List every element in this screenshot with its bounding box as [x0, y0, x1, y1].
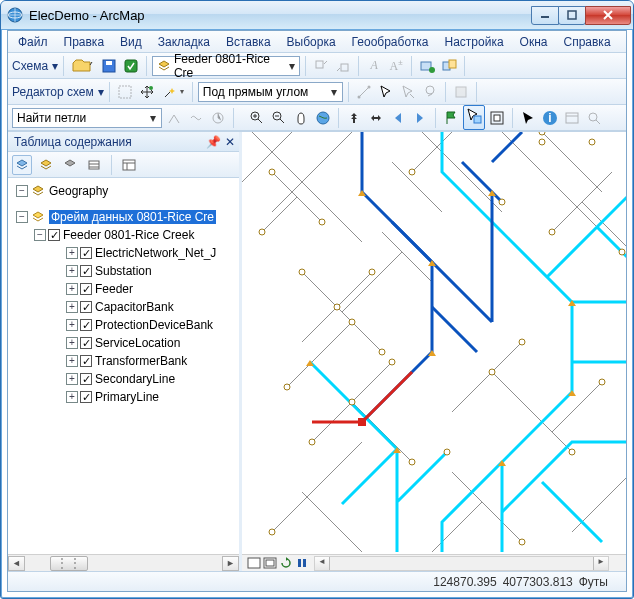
scroll-left-button[interactable]: ◄ [315, 557, 330, 570]
ed-b4[interactable] [420, 82, 440, 102]
expand-icon[interactable]: + [66, 301, 78, 313]
scroll-left-button[interactable]: ◄ [8, 556, 25, 571]
tree-layer[interactable]: +Feeder [12, 280, 239, 298]
prev-extent-button[interactable] [388, 108, 408, 128]
ed-b1[interactable] [354, 82, 374, 102]
scroll-right-button[interactable]: ► [593, 557, 608, 570]
feeder-combo[interactable]: Feeder 0801-Rice Cre ▾ [152, 56, 300, 76]
tool-a1[interactable] [311, 56, 331, 76]
find-loops-combo[interactable]: Найти петли ▾ [12, 108, 162, 128]
refresh-view-button[interactable] [278, 556, 294, 571]
tree-frame[interactable]: − Фрейм данных 0801-Rice Cre [12, 208, 239, 226]
collapse-icon[interactable]: − [16, 211, 28, 223]
map-canvas[interactable] [242, 132, 626, 554]
layout-view-button[interactable] [262, 556, 278, 571]
expand-icon[interactable]: + [66, 373, 78, 385]
clear-selection-button[interactable] [487, 108, 507, 128]
select-pointer-button[interactable] [518, 108, 538, 128]
scroll-thumb[interactable]: ⋮⋮ [50, 556, 88, 571]
tree-layer[interactable]: +CapacitorBank [12, 298, 239, 316]
menu-edit[interactable]: Правка [56, 33, 113, 51]
expand-icon[interactable]: + [66, 319, 78, 331]
toc-list-by-drawing-order[interactable] [12, 155, 32, 175]
layer-checkbox[interactable] [80, 391, 92, 403]
layer-checkbox[interactable] [80, 283, 92, 295]
editor-angle-combo[interactable]: Под прямым углом ▾ [198, 82, 343, 102]
tool-update-button[interactable] [417, 56, 437, 76]
tree-layer[interactable]: +PrimaryLine [12, 388, 239, 406]
expand-icon[interactable]: + [66, 265, 78, 277]
layer-checkbox[interactable] [80, 301, 92, 313]
editor-sparkle-tool[interactable]: ▾ [159, 82, 187, 102]
tree-layer[interactable]: +Substation [12, 262, 239, 280]
pan-button[interactable] [291, 108, 311, 128]
zoom-out-button[interactable] [269, 108, 289, 128]
menu-windows[interactable]: Окна [512, 33, 556, 51]
menu-customize[interactable]: Настройка [437, 33, 512, 51]
identify-button[interactable]: i [540, 108, 560, 128]
nav-more2[interactable] [584, 108, 604, 128]
tool-a2[interactable] [333, 56, 353, 76]
menu-bookmark[interactable]: Закладка [150, 33, 218, 51]
ed-box[interactable] [451, 82, 471, 102]
toc-list-by-selection[interactable] [84, 155, 104, 175]
minimize-button[interactable] [531, 6, 559, 25]
expand-icon[interactable]: + [66, 355, 78, 367]
toc-options[interactable] [119, 155, 139, 175]
map-hscroll[interactable]: ◄ ► [314, 556, 609, 571]
menu-view[interactable]: Вид [112, 33, 150, 51]
save-schematic-button[interactable] [99, 56, 119, 76]
toc-scrollbar[interactable]: ◄ ⋮⋮ ► [8, 554, 239, 571]
tree-layer[interactable]: +ServiceLocation [12, 334, 239, 352]
tool-label-a2[interactable]: A± [386, 56, 406, 76]
fl-b2[interactable] [186, 108, 206, 128]
zoom-in-button[interactable] [247, 108, 267, 128]
pause-drawing-button[interactable] [294, 556, 310, 571]
collapse-icon[interactable]: − [16, 185, 28, 197]
nav-more1[interactable] [562, 108, 582, 128]
menu-help[interactable]: Справка [555, 33, 618, 51]
toc-list-by-source[interactable] [36, 155, 56, 175]
scroll-right-button[interactable]: ► [222, 556, 239, 571]
zoom-in-fixed-button[interactable] [344, 108, 364, 128]
tool-generate-button[interactable] [439, 56, 459, 76]
fl-b3[interactable] [208, 108, 228, 128]
expand-icon[interactable]: + [66, 247, 78, 259]
toc-list-by-visibility[interactable] [60, 155, 80, 175]
next-extent-button[interactable] [410, 108, 430, 128]
refresh-schematic-button[interactable] [121, 56, 141, 76]
zoom-out-fixed-button[interactable] [366, 108, 386, 128]
layer-checkbox[interactable] [80, 337, 92, 349]
ed-cursor[interactable] [376, 82, 396, 102]
editor-move-tool[interactable] [137, 82, 157, 102]
select-elements-button[interactable] [463, 105, 485, 130]
tree-layer[interactable]: +SecondaryLine [12, 370, 239, 388]
tree-layer[interactable]: +ElectricNetwork_Net_J [12, 244, 239, 262]
expand-icon[interactable]: + [66, 337, 78, 349]
fl-b1[interactable] [164, 108, 184, 128]
toc-close-button[interactable]: ✕ [221, 135, 239, 149]
ed-b3[interactable] [398, 82, 418, 102]
layer-checkbox[interactable] [80, 265, 92, 277]
editor-tool1[interactable] [115, 82, 135, 102]
maximize-button[interactable] [558, 6, 586, 25]
menu-geoprocessing[interactable]: Геообработка [344, 33, 437, 51]
full-extent-button[interactable] [313, 108, 333, 128]
layer-checkbox[interactable] [80, 355, 92, 367]
layer-checkbox[interactable] [80, 247, 92, 259]
tree-layer[interactable]: +TransformerBank [12, 352, 239, 370]
tool-label-a[interactable]: A [364, 56, 384, 76]
tree-layer[interactable]: +ProtectionDeviceBank [12, 316, 239, 334]
expand-icon[interactable]: + [66, 283, 78, 295]
collapse-icon[interactable]: − [34, 229, 46, 241]
data-view-button[interactable] [246, 556, 262, 571]
open-schematic-button[interactable] [69, 56, 97, 76]
menu-selection[interactable]: Выборка [279, 33, 344, 51]
tree-root[interactable]: − Geography [12, 182, 239, 200]
tree-layer-group[interactable]: − Feeder 0801-Rice Creek [12, 226, 239, 244]
layer-checkbox[interactable] [80, 373, 92, 385]
layer-checkbox[interactable] [80, 319, 92, 331]
layer-checkbox[interactable] [48, 229, 60, 241]
menu-file[interactable]: Файл [10, 33, 56, 51]
flag-button[interactable] [441, 108, 461, 128]
